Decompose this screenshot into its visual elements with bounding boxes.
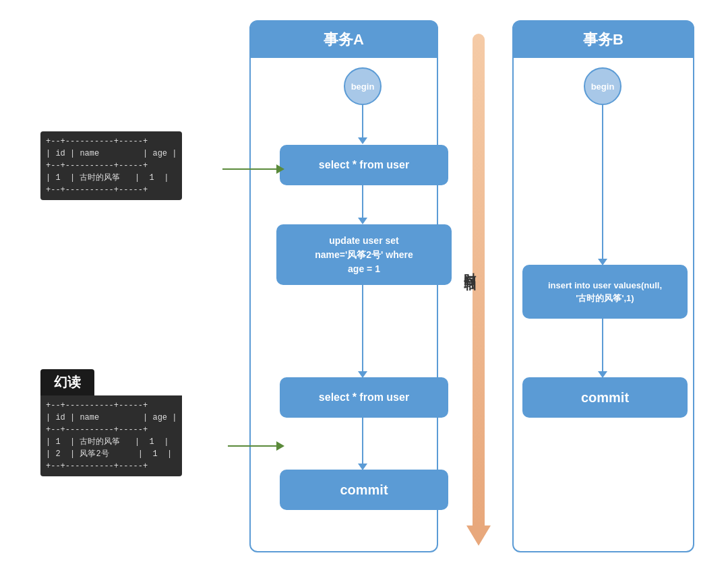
table1-content: +--+----------+-----+ | id | name | age … [40,131,182,200]
arrow-b-1 [602,105,603,260]
transaction-a-title: 事务A [324,31,364,48]
phantom-read-label: 幻读 [40,369,94,395]
node-a-select1: select * from user [280,145,448,185]
table2-content: +--+----------+-----+ | id | name | age … [40,395,182,476]
time-axis-bar [473,34,485,525]
transaction-a-header: 事务A [251,22,437,58]
arrow-b-2 [602,319,603,373]
green-arrow-1 [222,164,284,174]
node-b-insert: insert into user values(null,'古时的风筝',1) [522,265,688,319]
green-arrow-2 [228,441,284,451]
node-a-begin: begin [344,67,382,105]
node-b-commit: commit [522,377,688,418]
node-a-commit: commit [280,470,448,510]
arrow-a-3 [362,285,363,373]
arrow-a-1 [362,105,363,139]
diagram-container: 事务A 事务B 时间轴 begin select * from user upd… [0,0,728,574]
transaction-b-title: 事务B [583,31,624,48]
arrow-a-2 [362,185,363,219]
arrowhead-a-2 [358,218,367,224]
node-a-update: update user set name='风筝2号' where age = … [276,224,452,285]
phantom-read-wrapper: 幻读 +--+----------+-----+ | id | name | a… [40,369,94,395]
node-a-select2: select * from user [280,377,448,418]
time-axis [458,34,499,546]
node-b-begin: begin [584,67,621,105]
time-axis-label: 时间轴 [462,263,478,271]
transaction-b-header: 事务B [514,22,693,58]
time-axis-arrow [466,525,491,546]
arrowhead-a-1 [358,137,367,144]
arrow-a-4 [362,418,363,465]
